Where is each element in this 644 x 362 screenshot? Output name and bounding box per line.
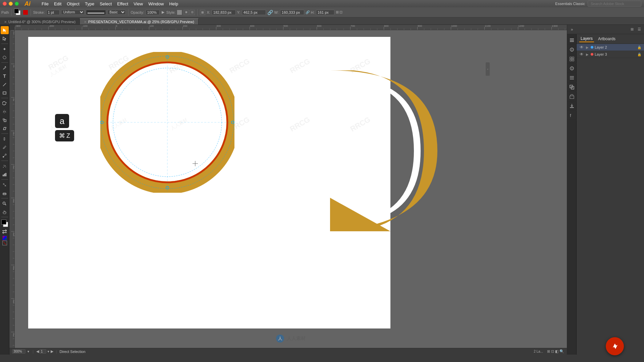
- reflect-tool[interactable]: [1, 108, 9, 116]
- minimize-button[interactable]: [9, 2, 13, 6]
- canvas[interactable]: RRCG人人素材 RRCG人人素材 RRCG RRCG RRCG RRCG 人人…: [15, 30, 567, 348]
- stroke-color-indicator[interactable]: [23, 10, 28, 15]
- slice-tool[interactable]: [1, 181, 9, 189]
- layer-item-2[interactable]: 👁 ▶ Layer 2 🔒: [577, 44, 644, 51]
- symbols-panel-icon[interactable]: f: [567, 111, 577, 120]
- svg-line-1: [3, 83, 6, 86]
- rectangle-tool[interactable]: [1, 89, 9, 97]
- h-input[interactable]: [316, 10, 334, 15]
- menu-select[interactable]: Select: [97, 1, 114, 7]
- layers-panel-icon[interactable]: [567, 36, 577, 45]
- line-tool[interactable]: [1, 80, 9, 88]
- symbol-spray-tool[interactable]: [1, 162, 9, 170]
- link-proportions-icon[interactable]: 🔗: [267, 10, 273, 15]
- preview-view-btn[interactable]: ⊡: [190, 10, 195, 15]
- width-tool[interactable]: [1, 135, 9, 143]
- status-icon-1[interactable]: ⊞: [547, 349, 550, 354]
- export-panel-icon[interactable]: [567, 101, 577, 111]
- gradient-swatch[interactable]: [2, 236, 7, 240]
- status-icon-3[interactable]: ◧: [555, 349, 558, 354]
- layer-2-expand-icon[interactable]: ▶: [585, 45, 589, 49]
- scale-tool[interactable]: [1, 116, 9, 124]
- layer-2-lock-icon[interactable]: 🔒: [637, 46, 641, 49]
- properties-panel-icon[interactable]: [567, 45, 577, 54]
- pen-tool[interactable]: [1, 64, 9, 72]
- zoom-arrow[interactable]: ▼: [27, 350, 30, 353]
- next-artboard-btn[interactable]: ▶: [51, 349, 53, 354]
- direct-selection-tool[interactable]: [1, 35, 9, 43]
- panel-stack-icon[interactable]: ☰: [636, 26, 643, 33]
- align-panel-icon[interactable]: [567, 73, 577, 82]
- type-tool[interactable]: T: [1, 72, 9, 80]
- constrain-icon[interactable]: 🔗: [306, 10, 310, 14]
- x-input[interactable]: [212, 10, 236, 15]
- blend-tool[interactable]: [1, 152, 9, 160]
- h-label: H:: [311, 10, 315, 14]
- shear-tool[interactable]: [1, 124, 9, 132]
- menu-file[interactable]: File: [39, 1, 51, 7]
- menu-object[interactable]: Object: [64, 1, 82, 7]
- layer-2-visibility-icon[interactable]: 👁: [579, 45, 584, 50]
- appearance-panel-icon[interactable]: [567, 64, 577, 73]
- zoom-tool[interactable]: [1, 199, 9, 207]
- stroke-style-preview[interactable]: [86, 10, 106, 15]
- lasso-tool[interactable]: [1, 53, 9, 61]
- status-icon-2[interactable]: ⊡: [551, 349, 554, 354]
- transform-grid-btn[interactable]: ⊞: [200, 10, 205, 15]
- align-center-icon[interactable]: ⊡: [339, 10, 342, 14]
- eraser-tool[interactable]: [1, 189, 9, 197]
- menu-view[interactable]: View: [131, 1, 146, 7]
- outline-view-btn[interactable]: ⊞: [183, 10, 189, 15]
- panel-expand-icon[interactable]: »: [569, 26, 575, 33]
- layer-3-visibility-icon[interactable]: 👁: [579, 52, 584, 57]
- fg-color-swatch[interactable]: [1, 220, 6, 225]
- menu-type[interactable]: Type: [82, 1, 97, 7]
- selection-tool[interactable]: [1, 26, 9, 34]
- magic-wand-tool[interactable]: ✦: [1, 45, 9, 53]
- artboards-tab[interactable]: Artboards: [597, 36, 617, 42]
- stroke-weight-input[interactable]: [46, 10, 60, 15]
- style-color-box[interactable]: [177, 10, 182, 15]
- tab-close-1[interactable]: ✕: [84, 20, 87, 24]
- menu-effect[interactable]: Effect: [114, 1, 131, 7]
- floating-action-button[interactable]: [606, 337, 624, 355]
- panel-tile-icon[interactable]: ⊞: [629, 26, 635, 33]
- layer-item-3[interactable]: 👁 ▶ Layer 3 🔒: [577, 51, 644, 58]
- w-input[interactable]: [280, 10, 304, 15]
- color-swatches[interactable]: [1, 219, 9, 228]
- layer-3-expand-icon[interactable]: ▶: [585, 52, 589, 56]
- swap-colors-icon[interactable]: ⇄: [2, 228, 7, 235]
- artboard-number-input[interactable]: [40, 349, 46, 354]
- pathfinder-panel-icon[interactable]: [567, 82, 577, 92]
- close-button[interactable]: [3, 2, 7, 6]
- none-swatch[interactable]: [2, 241, 7, 245]
- status-icon-4[interactable]: 🔍: [559, 349, 564, 354]
- column-graph-tool[interactable]: [1, 170, 9, 178]
- fill-stroke-colors[interactable]: [14, 9, 21, 16]
- menu-window[interactable]: Window: [146, 1, 166, 7]
- menu-edit[interactable]: Edit: [51, 1, 64, 7]
- stroke-style-select[interactable]: Basic: [107, 10, 126, 15]
- stroke-type-select[interactable]: Uniform: [61, 10, 85, 15]
- search-stock-input[interactable]: [588, 1, 641, 7]
- eyedropper-tool[interactable]: [1, 143, 9, 151]
- maximize-button[interactable]: [15, 2, 19, 6]
- y-input[interactable]: [242, 10, 266, 15]
- zoom-input[interactable]: [12, 349, 25, 354]
- panel-collapse-handle[interactable]: ‹: [486, 62, 490, 76]
- opacity-more-icon[interactable]: ▶: [162, 10, 164, 14]
- transform-panel-icon[interactable]: [567, 92, 577, 101]
- libraries-panel-icon[interactable]: [567, 54, 577, 64]
- artboard-nav-arrow[interactable]: ▼: [47, 350, 50, 353]
- prev-artboard-btn[interactable]: ◀: [36, 349, 39, 354]
- layer-3-lock-icon[interactable]: 🔒: [637, 53, 641, 56]
- document-tab-0[interactable]: ✕ Untitled-6* @ 300% (RGB/GPU Preview): [0, 18, 80, 24]
- hand-tool[interactable]: [1, 208, 9, 216]
- rotate-tool[interactable]: [1, 99, 9, 107]
- align-left-icon[interactable]: ⊞: [336, 10, 339, 14]
- menu-help[interactable]: Help: [166, 1, 181, 7]
- document-tab-1[interactable]: ✕ PRESENTACION_VECTORAMA.ai @ 25% (RGB/G…: [80, 18, 199, 24]
- layers-tab[interactable]: Layers: [579, 36, 594, 42]
- tab-close-0[interactable]: ✕: [4, 20, 7, 24]
- opacity-input[interactable]: [146, 10, 160, 15]
